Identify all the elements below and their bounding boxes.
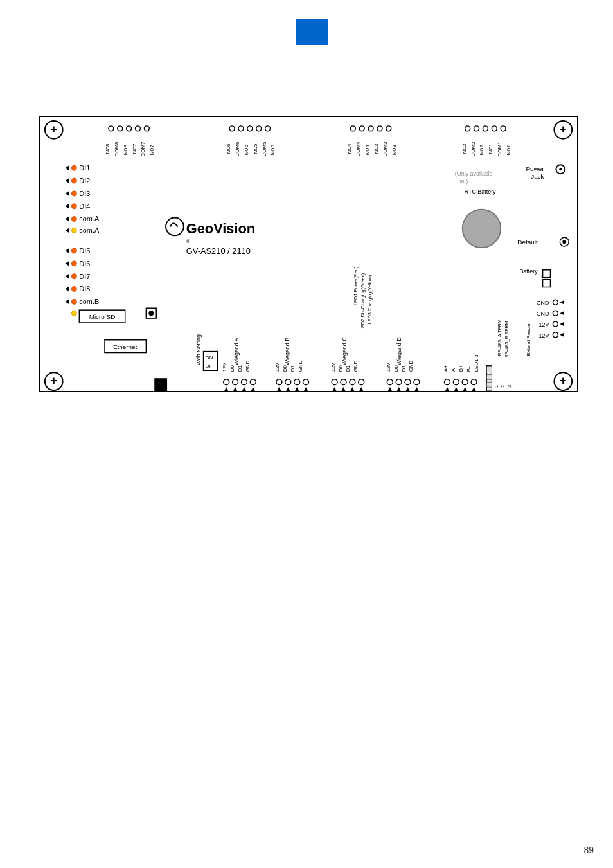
svg-text:Default: Default [517,239,538,246]
svg-text:LED2:Dis-Charging(Green): LED2:Dis-Charging(Green) [360,273,366,330]
svg-text:COM2: COM2 [470,142,476,157]
svg-marker-193 [472,387,477,391]
svg-text:Wiegand B: Wiegand B [284,338,290,366]
svg-point-53 [71,165,76,170]
svg-point-80 [71,287,76,292]
svg-text:com.A: com.A [79,215,100,222]
svg-marker-155 [224,387,229,391]
svg-point-33 [377,126,382,131]
svg-marker-163 [276,387,281,391]
svg-text:OFF: OFF [206,363,216,369]
svg-point-103 [463,210,501,248]
svg-text:COM8: COM8 [114,141,120,156]
svg-marker-128 [560,322,564,326]
svg-text:+: + [560,123,566,136]
svg-rect-195 [486,366,492,372]
svg-text:Jack: Jack [531,173,544,180]
svg-text:Wiegand A: Wiegand A [233,338,240,365]
svg-point-154 [224,379,229,385]
svg-point-19 [229,126,235,131]
svg-text:DI5: DI5 [79,247,90,255]
page-number: 89 [583,845,594,855]
svg-marker-73 [66,261,69,266]
svg-marker-67 [66,228,69,233]
svg-point-34 [386,126,391,131]
svg-text:Extend Reader: Extend Reader [526,321,531,356]
svg-marker-129 [560,333,564,337]
svg-rect-197 [486,382,492,387]
svg-point-8 [109,126,114,131]
svg-point-56 [71,178,76,183]
svg-text:D1: D1 [237,365,243,372]
svg-text:12V: 12V [222,362,227,372]
svg-text:12V: 12V [386,362,391,372]
svg-point-2 [554,121,572,139]
svg-text:DI8: DI8 [79,285,90,293]
svg-text:DI4: DI4 [79,203,90,210]
svg-marker-79 [66,287,69,292]
svg-point-162 [276,379,282,385]
svg-text:NC4: NC4 [346,143,352,154]
svg-text:NC5: NC5 [253,143,258,154]
svg-marker-173 [341,387,346,391]
svg-marker-126 [560,300,564,304]
svg-text:ON: ON [206,355,213,361]
svg-text:GeoVision: GeoVision [186,221,255,237]
svg-text:NC1: NC1 [488,143,493,154]
svg-point-112 [560,237,569,246]
svg-marker-157 [233,387,238,391]
svg-text:NO6: NO6 [244,145,249,156]
svg-point-6 [554,372,572,390]
svg-point-22 [256,126,262,131]
svg-point-43 [483,126,488,131]
svg-text:D0: D0 [338,365,344,372]
svg-text:Wiegand C: Wiegand C [341,337,348,366]
svg-text:COM4: COM4 [355,141,361,156]
svg-point-74 [71,261,76,266]
svg-text:+: + [51,374,57,387]
svg-marker-161 [251,387,256,391]
svg-point-166 [294,379,300,385]
svg-text:RTC Battery: RTC Battery [465,188,496,195]
svg-text:GND: GND [537,311,549,317]
svg-text:NO7: NO7 [149,145,155,155]
svg-text:12V: 12V [274,362,280,372]
svg-text:D0: D0 [229,365,235,372]
svg-marker-191 [463,387,468,391]
svg-point-158 [241,379,247,385]
svg-text:RS-485_A TERM: RS-485_A TERM [497,320,502,356]
svg-text:Micro SD: Micro SD [89,313,116,320]
svg-point-11 [136,126,141,131]
svg-text:LED1-3: LED1-3 [474,354,479,372]
svg-text:NO3: NO3 [391,145,397,156]
svg-text:12V: 12V [539,332,549,339]
svg-point-192 [471,379,477,385]
svg-rect-93 [204,352,218,371]
svg-text:NO1: NO1 [506,145,511,156]
svg-rect-196 [486,374,492,379]
svg-marker-127 [560,311,564,315]
svg-point-41 [465,126,470,131]
svg-rect-203 [105,340,146,353]
svg-marker-189 [454,387,459,391]
diagram-svg: + + + + NC8 COM8 NO8 NC7 COM7 NO7 NC6 CO… [40,117,577,391]
svg-rect-205 [154,378,167,391]
svg-rect-116 [543,270,551,278]
svg-rect-90 [146,308,156,318]
svg-text:Web Setting: Web Setting [195,334,202,365]
svg-point-68 [71,228,76,233]
svg-marker-58 [66,191,69,196]
svg-point-21 [247,126,253,131]
svg-text:®: ® [186,239,190,244]
svg-point-30 [350,126,355,131]
svg-marker-179 [387,387,393,391]
svg-point-123 [553,321,558,327]
svg-marker-165 [285,387,290,391]
header-blue-rectangle [296,19,328,45]
svg-point-23 [265,126,271,131]
svg-text:COM5: COM5 [262,141,267,156]
svg-point-106 [556,165,565,174]
svg-point-42 [474,126,479,131]
svg-point-71 [71,248,76,253]
svg-text:NC3: NC3 [373,143,379,154]
